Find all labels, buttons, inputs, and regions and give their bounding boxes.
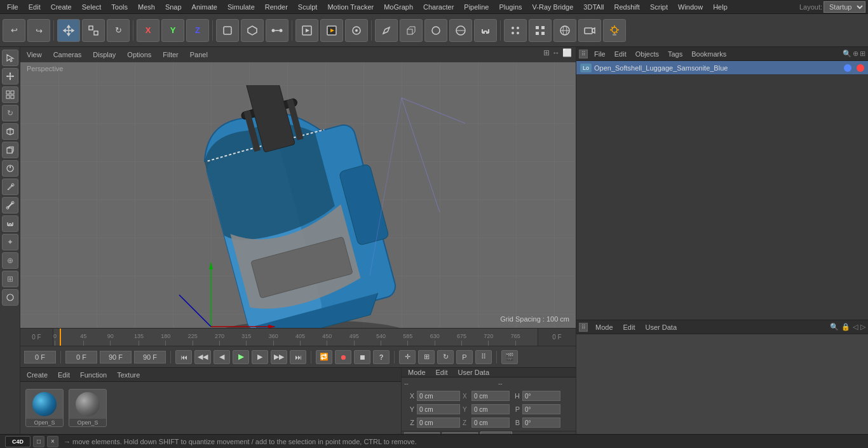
menu-file[interactable]: File	[3, 2, 23, 12]
menu-tools[interactable]: Tools	[107, 2, 132, 12]
attr-sec-userdata[interactable]: User Data	[643, 323, 680, 332]
redo-button[interactable]: ↩	[27, 19, 50, 42]
sidebar-cube-icon[interactable]	[2, 123, 18, 140]
camera-button[interactable]	[578, 19, 601, 42]
sidebar-grid-icon[interactable]	[2, 86, 18, 103]
obj-visibility-dot-1[interactable]	[844, 64, 851, 72]
status-icon-cinema4d[interactable]: C4D	[5, 436, 31, 447]
attr-input-p[interactable]	[522, 404, 560, 414]
rotate-tool-pb[interactable]: ↻	[437, 350, 454, 364]
mat-menu-edit[interactable]: Edit	[55, 370, 72, 379]
next-step-button[interactable]: ▶	[252, 350, 268, 364]
sidebar-sphere-icon[interactable]	[2, 289, 18, 306]
menu-snap[interactable]: Snap	[161, 2, 186, 12]
attr-menu-edit[interactable]: Edit	[433, 368, 451, 377]
light-button[interactable]	[603, 19, 626, 42]
first-frame-button[interactable]: ⏮	[175, 350, 192, 364]
menu-create[interactable]: Create	[46, 2, 76, 12]
sidebar-box-icon[interactable]	[2, 142, 18, 158]
attr-input-z2[interactable]	[471, 417, 510, 428]
edge-mode-button[interactable]	[266, 19, 288, 42]
move-tool-pb[interactable]: ✛	[399, 350, 416, 364]
loop-cut-button[interactable]	[449, 19, 472, 42]
axis-z-button[interactable]: Z	[186, 19, 209, 42]
menu-select[interactable]: Select	[78, 2, 106, 12]
bevel-button[interactable]	[424, 19, 447, 42]
attr-menu-mode[interactable]: Mode	[405, 368, 428, 377]
record-button[interactable]: ⏺	[335, 350, 351, 364]
attr-input-x2[interactable]	[471, 391, 510, 401]
menu-sculpt[interactable]: Sculpt	[294, 2, 322, 12]
viewport-icon-3[interactable]: ⬜	[562, 48, 572, 57]
frame-start-input[interactable]	[65, 351, 97, 363]
attr-sec-search-icon[interactable]: 🔍	[830, 323, 839, 331]
prev-step-button[interactable]: ◀	[214, 350, 230, 364]
menu-pipeline[interactable]: Pipeline	[459, 2, 493, 12]
polygon-mode-button[interactable]	[241, 19, 264, 42]
snap-vertex-button[interactable]	[529, 19, 552, 42]
object-item-luggage[interactable]: Lo Open_Softshell_Luggage_Samsonite_Blue	[576, 61, 868, 75]
snap-tool-pb[interactable]: P	[456, 350, 473, 364]
attr-input-y2[interactable]	[471, 404, 510, 414]
attr-input-b[interactable]	[522, 417, 560, 428]
attr-menu-userdata[interactable]: User Data	[456, 368, 492, 377]
viewport-menu-display[interactable]: Display	[90, 50, 118, 60]
timeline-ruler[interactable]: 0459013518022527031536040545049554058563…	[53, 329, 538, 346]
mat-menu-create[interactable]: Create	[24, 370, 50, 379]
obj-icon-2[interactable]: ⊞	[860, 50, 865, 58]
next-frame-button[interactable]: ▶▶	[271, 350, 287, 364]
timeline-playhead[interactable]	[60, 329, 61, 346]
status-icon-minimize[interactable]: □	[33, 436, 44, 447]
sidebar-knife-icon[interactable]	[2, 179, 18, 195]
prev-frame-button[interactable]: ◀◀	[194, 350, 211, 364]
axis-x-button[interactable]: X	[137, 19, 159, 42]
last-frame-button[interactable]: ⏭	[290, 350, 306, 364]
play-button[interactable]: ▶	[233, 350, 249, 364]
sidebar-star-icon[interactable]: ✦	[2, 234, 18, 250]
material-item-gray[interactable]: Open_S	[69, 389, 107, 427]
attr-sec-lock-icon[interactable]: 🔒	[841, 323, 850, 331]
viewport-menu-cameras[interactable]: Cameras	[51, 50, 85, 60]
attr-input-x[interactable]	[417, 391, 460, 401]
menu-edit[interactable]: Edit	[24, 2, 45, 12]
viewport-menu-view[interactable]: View	[24, 50, 44, 60]
magnet-button[interactable]	[474, 19, 497, 42]
material-item-blue[interactable]: Open_S	[25, 389, 64, 427]
viewport[interactable]: View Cameras Display Options Filter Pane…	[20, 47, 576, 328]
obj-menu-edit[interactable]: Edit	[612, 50, 629, 58]
viewport-icon-1[interactable]: ⊞	[543, 48, 550, 57]
frame-end2-input[interactable]	[134, 351, 166, 363]
menu-3dtall[interactable]: 3DTAll	[579, 2, 608, 12]
attr-sec-mode[interactable]: Mode	[593, 323, 616, 332]
sidebar-grid2-icon[interactable]: ⊞	[2, 271, 18, 287]
scale-tool-pb[interactable]: ⊞	[418, 350, 435, 364]
menu-motion-tracker[interactable]: Motion Tracker	[323, 2, 378, 12]
render-button[interactable]	[320, 19, 343, 42]
poly-pen-button[interactable]	[375, 19, 398, 42]
axis-y-button[interactable]: Y	[161, 19, 184, 42]
layout-selector[interactable]: Startup	[824, 1, 865, 13]
viewport-menu-panel[interactable]: Panel	[187, 50, 210, 60]
menu-mograph[interactable]: MoGraph	[379, 2, 417, 12]
sidebar-magnet-icon[interactable]	[2, 215, 18, 232]
obj-menu-tags[interactable]: Tags	[665, 50, 685, 58]
menu-animate[interactable]: Animate	[187, 2, 222, 12]
stop-button[interactable]: ⏹	[354, 350, 370, 364]
menu-mesh[interactable]: Mesh	[133, 2, 159, 12]
sidebar-rotate-icon[interactable]: ↻	[2, 105, 18, 121]
extrude-button[interactable]	[400, 19, 423, 42]
menu-help[interactable]: Help	[709, 2, 732, 12]
loop-button[interactable]: 🔁	[316, 350, 332, 364]
mat-menu-function[interactable]: Function	[78, 370, 109, 379]
attr-sec-edit[interactable]: Edit	[621, 323, 638, 332]
menu-script[interactable]: Script	[646, 2, 672, 12]
frame-end-input[interactable]	[100, 351, 132, 363]
obj-visibility-dot-2[interactable]	[857, 64, 864, 72]
grid-tool-pb[interactable]: ⠿	[475, 350, 492, 364]
obj-icon-1[interactable]: ⊕	[853, 50, 858, 58]
sidebar-cursor-icon[interactable]: ⊕	[2, 252, 18, 269]
snap-grid-button[interactable]	[504, 19, 527, 42]
current-frame-input[interactable]	[24, 351, 56, 363]
attr-input-h[interactable]	[522, 391, 560, 401]
attr-sec-arr1-icon[interactable]: ◁	[853, 323, 858, 331]
